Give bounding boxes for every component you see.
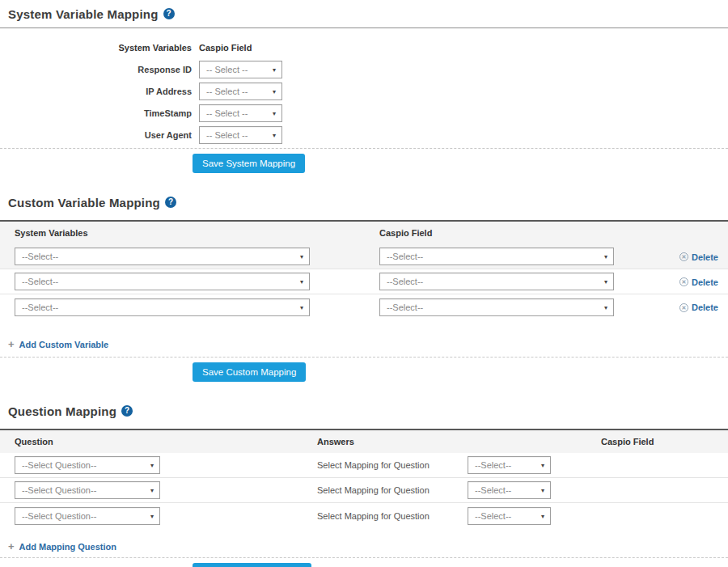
help-icon[interactable]: ? — [121, 405, 133, 417]
chevron-down-icon: ▾ — [300, 303, 303, 311]
add-mapping-question-label: Add Mapping Question — [19, 542, 116, 552]
add-custom-variable-label: Add Custom Variable — [19, 340, 109, 349]
chevron-down-icon: ▾ — [604, 303, 607, 311]
caspio-field-column-header: Caspio Field — [199, 43, 252, 53]
dashed-divider — [0, 148, 728, 149]
chevron-down-icon: ▾ — [300, 253, 303, 260]
answer-mapping-label: Select Mapping for Question — [317, 485, 468, 495]
question-column-header: Question — [0, 437, 317, 446]
select-value: --Select-- — [387, 252, 423, 261]
delete-label: Delete — [692, 277, 718, 287]
delete-circle-icon: ✕ — [679, 277, 688, 286]
select-value: --Select-- — [22, 277, 58, 286]
system-row-timestamp: TimeStamp -- Select -- ▾ — [0, 104, 728, 122]
answer-mapping-label: Select Mapping for Question — [317, 511, 468, 521]
add-custom-variable-link[interactable]: + Add Custom Variable — [8, 339, 108, 349]
answer-mapping-select[interactable]: --Select-- ▾ — [468, 456, 551, 474]
section-divider — [0, 28, 728, 28]
select-value: -- Select -- — [206, 65, 248, 74]
save-custom-mapping-button[interactable]: Save Custom Mapping — [193, 362, 306, 382]
delete-row-link[interactable]: ✕ Delete — [679, 252, 718, 262]
custom-caspio-field-select[interactable]: --Select-- ▾ — [379, 298, 614, 316]
chevron-down-icon: ▾ — [604, 253, 607, 260]
save-system-mapping-button[interactable]: Save System Mapping — [193, 154, 305, 173]
question-select[interactable]: --Select Question-- ▾ — [15, 481, 160, 499]
custom-system-variable-select[interactable]: --Select-- ▾ — [15, 248, 310, 265]
delete-row-link[interactable]: ✕ Delete — [679, 277, 718, 287]
delete-circle-icon: ✕ — [679, 303, 688, 312]
custom-variable-mapping-section: Custom Variable Mapping ? System Variabl… — [0, 195, 728, 382]
select-value: --Select Question-- — [22, 511, 96, 521]
ip-address-select[interactable]: -- Select -- ▾ — [199, 83, 282, 100]
help-icon[interactable]: ? — [165, 197, 176, 208]
chevron-down-icon: ▾ — [604, 278, 607, 286]
chevron-down-icon: ▾ — [273, 66, 276, 74]
custom-section-title: Custom Variable Mapping — [8, 196, 160, 209]
custom-caspio-field-select[interactable]: --Select-- ▾ — [379, 273, 614, 290]
response-id-label: Response ID — [0, 65, 192, 74]
chevron-down-icon: ▾ — [541, 487, 544, 494]
custom-mapping-table: System Variables Caspio Field --Select--… — [0, 220, 728, 319]
chevron-down-icon: ▾ — [300, 278, 303, 286]
answers-column-header: Answers — [317, 437, 601, 446]
select-value: -- Select -- — [206, 130, 248, 140]
question-table-row: --Select Question-- ▾ Select Mapping for… — [0, 503, 728, 528]
ip-address-label: IP Address — [0, 87, 192, 96]
question-table-row: --Select Question-- ▾ Select Mapping for… — [0, 478, 728, 503]
select-value: --Select-- — [475, 511, 511, 521]
answer-mapping-select[interactable]: --Select-- ▾ — [468, 481, 551, 499]
plus-icon: + — [8, 541, 15, 552]
system-section-header: System Variable Mapping ? — [0, 6, 728, 21]
select-value: --Select-- — [475, 485, 511, 495]
custom-table-row: --Select-- ▾ --Select-- ▾ ✕ Delete — [0, 269, 728, 294]
select-value: --Select-- — [387, 277, 423, 286]
question-select[interactable]: --Select Question-- ▾ — [15, 507, 160, 525]
custom-system-variable-select[interactable]: --Select-- ▾ — [15, 298, 310, 316]
select-value: --Select-- — [22, 252, 58, 261]
select-value: --Select-- — [475, 460, 511, 470]
chevron-down-icon: ▾ — [273, 132, 276, 139]
answer-mapping-label: Select Mapping for Question — [317, 460, 468, 470]
response-id-select[interactable]: -- Select -- ▾ — [199, 61, 282, 78]
system-variables-column-header: System Variables — [0, 43, 192, 53]
system-row-user-agent: User Agent -- Select -- ▾ — [0, 126, 728, 144]
question-mapping-section: Question Mapping ? Question Answers Casp… — [0, 404, 728, 567]
delete-row-link[interactable]: ✕ Delete — [679, 303, 718, 312]
select-value: --Select Question-- — [22, 485, 96, 495]
system-variable-mapping-section: System Variable Mapping ? System Variabl… — [0, 6, 728, 173]
select-value: --Select-- — [22, 303, 58, 312]
question-select[interactable]: --Select Question-- ▾ — [15, 456, 160, 474]
chevron-down-icon: ▾ — [150, 512, 154, 519]
custom-system-variable-select[interactable]: --Select-- ▾ — [15, 273, 310, 290]
system-section-title: System Variable Mapping — [8, 7, 159, 21]
question-table-header-row: Question Answers Caspio Field — [0, 430, 728, 453]
custom-table-header-row: System Variables Caspio Field — [0, 222, 728, 244]
select-value: --Select-- — [387, 303, 423, 312]
settings-page: System Variable Mapping ? System Variabl… — [0, 0, 728, 567]
custom-section-header: Custom Variable Mapping ? — [0, 195, 728, 209]
add-mapping-question-link[interactable]: + Add Mapping Question — [8, 541, 116, 552]
dashed-divider — [0, 357, 728, 358]
system-variables-column-header: System Variables — [0, 228, 379, 238]
select-value: --Select Question-- — [22, 460, 96, 470]
question-table-row: --Select Question-- ▾ Select Mapping for… — [0, 453, 728, 478]
question-mapping-table: Question Answers Caspio Field --Select Q… — [0, 429, 728, 528]
user-agent-label: User Agent — [0, 130, 192, 140]
chevron-down-icon: ▾ — [273, 110, 276, 117]
custom-table-row: --Select-- ▾ --Select-- ▾ ✕ Delete — [0, 294, 728, 319]
custom-caspio-field-select[interactable]: --Select-- ▾ — [379, 248, 614, 265]
delete-circle-icon: ✕ — [679, 252, 688, 261]
system-row-response-id: Response ID -- Select -- ▾ — [0, 61, 728, 78]
chevron-down-icon: ▾ — [150, 462, 154, 469]
help-icon[interactable]: ? — [163, 8, 175, 19]
user-agent-select[interactable]: -- Select -- ▾ — [199, 126, 282, 144]
delete-label: Delete — [692, 303, 718, 312]
system-row-ip-address: IP Address -- Select -- ▾ — [0, 83, 728, 100]
dashed-divider — [0, 557, 728, 558]
save-question-mapping-button[interactable]: Save Question Mapping — [193, 563, 311, 567]
answer-mapping-select[interactable]: --Select-- ▾ — [468, 507, 551, 525]
timestamp-select[interactable]: -- Select -- ▾ — [199, 104, 282, 122]
system-mapping-form: System Variables Caspio Field Response I… — [0, 43, 728, 144]
system-form-headers: System Variables Caspio Field — [0, 43, 728, 53]
chevron-down-icon: ▾ — [541, 512, 544, 519]
